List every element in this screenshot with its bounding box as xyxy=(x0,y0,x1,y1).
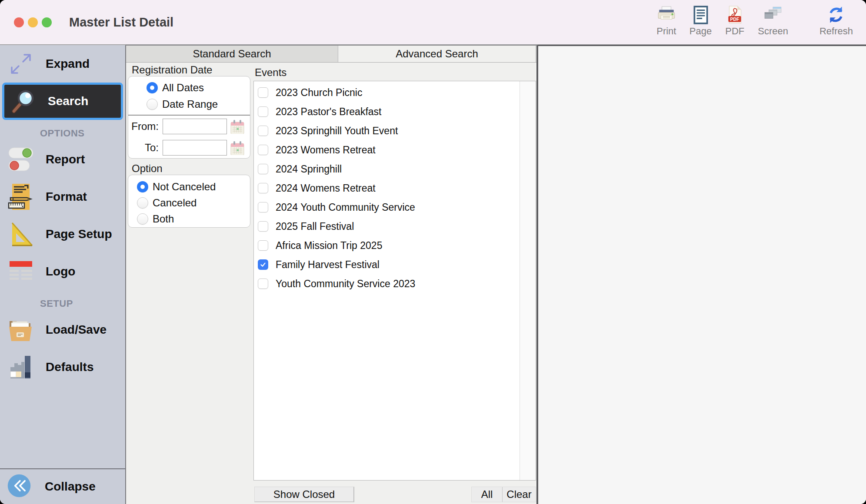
checkbox-2023-church-picnic[interactable] xyxy=(258,87,268,98)
sidebar-item-defaults[interactable]: Defaults xyxy=(0,348,125,386)
tab-standard-search[interactable]: Standard Search xyxy=(126,46,338,62)
sidebar-item-label: Search xyxy=(48,94,88,108)
checkbox-2025-fall-festival[interactable] xyxy=(258,221,268,232)
sidebar-item-label: Logo xyxy=(46,265,75,279)
to-date-input[interactable] xyxy=(163,140,227,156)
radio-row-date-range[interactable]: Date Range xyxy=(128,96,250,113)
sidebar-item-expand[interactable]: Expand xyxy=(0,45,125,83)
sidebar-item-page-setup[interactable]: Page Setup xyxy=(0,216,125,253)
checkbox-youth-community-service-2023[interactable] xyxy=(258,279,268,289)
from-date-input[interactable] xyxy=(163,119,227,134)
event-row-2024-springhill[interactable]: 2024 Springhill xyxy=(254,159,536,179)
sidebar-items: Expand Search OPTIONS Report Format Page… xyxy=(0,45,125,386)
clear-selection-button[interactable]: Clear xyxy=(502,487,536,502)
radio-both[interactable] xyxy=(137,213,148,225)
event-row-africa-mission-trip-2025[interactable]: Africa Mission Trip 2025 xyxy=(254,236,536,255)
checkbox-2024-springhill[interactable] xyxy=(258,164,268,174)
sidebar-spacer xyxy=(0,386,125,468)
radio-date-range[interactable] xyxy=(147,99,158,110)
from-date-row: From: xyxy=(128,116,250,137)
radio-row-both[interactable]: Both xyxy=(128,211,250,227)
toolbar-button-label: Page xyxy=(689,26,712,37)
svg-text:PDF: PDF xyxy=(730,17,739,22)
sidebar-item-logo[interactable]: Logo xyxy=(0,253,125,290)
toolbar-button-pdf[interactable]: PDF PDF xyxy=(725,5,745,37)
toolbar-button-page[interactable]: Page xyxy=(689,5,712,37)
events-column: Events 2023 Church Picnic 2023 Pastor's … xyxy=(253,67,536,502)
event-row-2023-springhill-youth-event[interactable]: 2023 Springhill Youth Event xyxy=(254,121,536,140)
advanced-search-panel: Registration Date All Dates Date Range F… xyxy=(126,63,536,504)
events-scrollbar[interactable] xyxy=(520,81,536,480)
from-label: From: xyxy=(131,120,159,133)
sidebar-section-setup: SETUP xyxy=(0,290,125,311)
event-row-2025-fall-festival[interactable]: 2025 Fall Festival xyxy=(254,217,536,236)
registration-date-radios: All Dates Date Range xyxy=(128,80,250,113)
checkbox-family-harvest-festival[interactable] xyxy=(258,259,268,270)
show-closed-button[interactable]: Show Closed xyxy=(254,487,354,502)
registration-date-group: All Dates Date Range From: To: xyxy=(128,76,250,159)
search-icon xyxy=(9,87,37,115)
logo-icon xyxy=(7,258,35,285)
sidebar-item-search[interactable]: Search xyxy=(2,83,123,120)
radio-label: Not Canceled xyxy=(153,181,216,193)
toolbar-button-print[interactable]: Print xyxy=(656,5,676,37)
radio-all-dates[interactable] xyxy=(147,82,158,93)
report-icon xyxy=(7,146,35,173)
event-row-youth-community-service-2023[interactable]: Youth Community Service 2023 xyxy=(254,274,536,293)
event-label: 2024 Springhill xyxy=(276,163,342,175)
radio-row-not-canceled[interactable]: Not Canceled xyxy=(128,179,250,195)
window-content: Expand Search OPTIONS Report Format Page… xyxy=(0,45,866,504)
filters-column: Registration Date All Dates Date Range F… xyxy=(128,64,250,228)
event-label: Youth Community Service 2023 xyxy=(276,278,415,290)
calendar-icon[interactable] xyxy=(230,140,245,155)
sidebar-item-label: Collapse xyxy=(45,480,96,494)
tab-advanced-search[interactable]: Advanced Search xyxy=(338,46,536,62)
radio-canceled[interactable] xyxy=(137,197,148,209)
event-row-family-harvest-festival[interactable]: Family Harvest Festival xyxy=(254,255,536,274)
window-close-button[interactable] xyxy=(14,17,24,27)
event-label: 2025 Fall Festival xyxy=(276,221,354,232)
event-row-2023-pastor-s-breakfast[interactable]: 2023 Pastor's Breakfast xyxy=(254,102,536,121)
radio-not-canceled[interactable] xyxy=(137,181,148,192)
sidebar-item-collapse[interactable]: Collapse xyxy=(0,468,125,504)
checkbox-2024-youth-community-service[interactable] xyxy=(258,202,268,212)
defaults-icon xyxy=(7,353,35,381)
sidebar: Expand Search OPTIONS Report Format Page… xyxy=(0,45,126,504)
select-all-button[interactable]: All xyxy=(472,487,502,502)
format-icon xyxy=(7,183,35,211)
radio-label: Both xyxy=(153,213,174,225)
sidebar-item-label: Expand xyxy=(46,57,90,71)
sidebar-item-format[interactable]: Format xyxy=(0,178,125,216)
toolbar: Print Page PDF PDF Screen Refresh xyxy=(656,5,853,37)
toolbar-button-screen[interactable]: Screen xyxy=(758,5,788,37)
event-row-2023-womens-retreat[interactable]: 2023 Womens Retreat xyxy=(254,140,536,159)
to-date-row: To: xyxy=(128,137,250,158)
radio-row-all-dates[interactable]: All Dates xyxy=(128,80,250,96)
checkbox-2023-womens-retreat[interactable] xyxy=(258,145,268,155)
checkbox-2023-springhill-youth-event[interactable] xyxy=(258,126,268,136)
event-label: 2023 Womens Retreat xyxy=(276,144,376,156)
toolbar-button-refresh[interactable]: Refresh xyxy=(819,5,853,37)
event-row-2024-youth-community-service[interactable]: 2024 Youth Community Service xyxy=(254,198,536,217)
event-row-2023-church-picnic[interactable]: 2023 Church Picnic xyxy=(254,83,536,102)
toolbar-button-label: Refresh xyxy=(819,26,853,37)
checkbox-2024-womens-retreat[interactable] xyxy=(258,183,268,193)
window-minimize-button[interactable] xyxy=(28,17,38,27)
sidebar-item-report[interactable]: Report xyxy=(0,141,125,178)
sidebar-item-load-save[interactable]: Load/Save xyxy=(0,311,125,348)
window-zoom-button[interactable] xyxy=(42,17,52,27)
radio-label: Date Range xyxy=(162,98,218,110)
events-list: 2023 Church Picnic 2023 Pastor's Breakfa… xyxy=(253,81,536,481)
page-icon xyxy=(691,5,711,25)
toolbar-button-label: PDF xyxy=(725,26,744,37)
calendar-icon[interactable] xyxy=(230,119,245,134)
option-radios: Not Canceled Canceled Both xyxy=(128,179,250,227)
event-row-2024-womens-retreat[interactable]: 2024 Womens Retreat xyxy=(254,179,536,198)
checkbox-africa-mission-trip-2025[interactable] xyxy=(258,240,268,251)
checkbox-2023-pastor-s-breakfast[interactable] xyxy=(258,106,268,117)
toolbar-button-label: Print xyxy=(656,26,676,37)
window-title: Master List Detail xyxy=(69,15,173,30)
radio-row-canceled[interactable]: Canceled xyxy=(128,195,250,211)
pdf-icon: PDF xyxy=(725,5,745,25)
event-label: Family Harvest Festival xyxy=(276,259,380,271)
